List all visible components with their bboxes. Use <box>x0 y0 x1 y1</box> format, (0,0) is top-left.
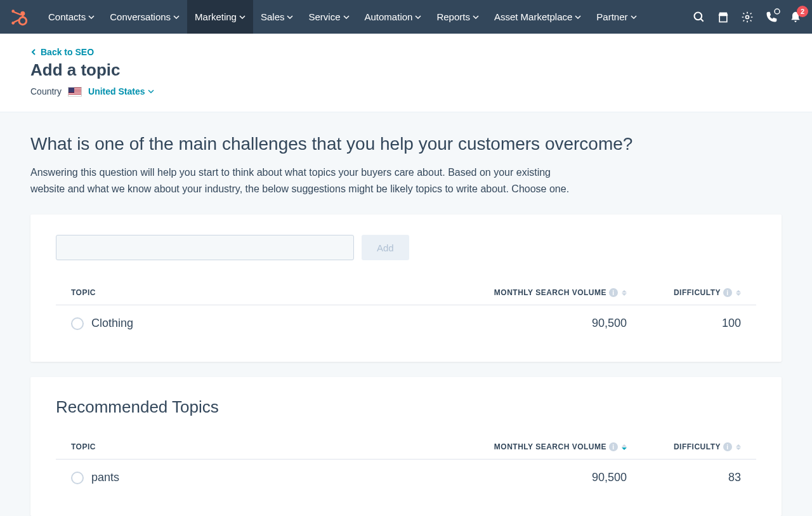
chevron-left-icon <box>30 47 37 57</box>
nav-asset-marketplace[interactable]: Asset Marketplace <box>487 0 589 34</box>
nav-automation[interactable]: Automation <box>357 0 429 34</box>
difficulty-value: 83 <box>627 471 741 484</box>
caret-down-icon <box>88 11 95 22</box>
search-icon[interactable] <box>693 11 705 23</box>
caret-down-icon <box>415 11 421 22</box>
nav-reports[interactable]: Reports <box>429 0 487 34</box>
recommended-topics-card: Recommended Topics TOPIC MONTHLY SEARCH … <box>30 377 782 516</box>
add-topic-card: Add TOPIC MONTHLY SEARCH VOLUME i DIFFIC… <box>30 215 782 362</box>
info-icon: i <box>723 442 732 451</box>
topic-input[interactable] <box>56 235 354 260</box>
nav-service[interactable]: Service <box>301 0 357 34</box>
column-header-volume[interactable]: MONTHLY SEARCH VOLUME i <box>462 442 627 451</box>
us-flag-icon <box>68 87 82 96</box>
caret-down-icon <box>148 88 154 95</box>
info-icon: i <box>609 288 618 297</box>
marketplace-icon[interactable] <box>717 11 730 23</box>
topic-radio[interactable] <box>71 317 84 330</box>
sort-icon <box>622 290 627 296</box>
svg-point-3 <box>19 17 27 25</box>
nav-conversations[interactable]: Conversations <box>102 0 187 34</box>
difficulty-value: 100 <box>627 317 741 330</box>
column-header-difficulty[interactable]: DIFFICULTY i <box>627 442 741 451</box>
nav-sales[interactable]: Sales <box>253 0 301 34</box>
caret-down-icon <box>473 11 479 22</box>
volume-value: 90,500 <box>462 471 627 484</box>
caret-down-icon <box>575 11 581 22</box>
caret-down-icon <box>343 11 350 22</box>
hubspot-logo[interactable] <box>10 8 28 26</box>
sort-icon <box>622 444 627 450</box>
svg-rect-9 <box>719 15 727 22</box>
column-header-topic[interactable]: TOPIC <box>71 442 462 451</box>
svg-line-4 <box>14 11 22 15</box>
svg-point-7 <box>695 12 702 20</box>
sort-icon <box>736 444 741 450</box>
question-heading: What is one of the main challenges that … <box>30 134 782 154</box>
question-description: Answering this question will help you st… <box>30 164 576 197</box>
recommended-title: Recommended Topics <box>56 397 756 417</box>
nav-partner[interactable]: Partner <box>589 0 644 34</box>
svg-point-11 <box>775 9 780 14</box>
info-icon: i <box>609 442 618 451</box>
phone-icon[interactable] <box>765 11 778 23</box>
column-header-volume[interactable]: MONTHLY SEARCH VOLUME i <box>462 288 627 297</box>
table-row: Clothing 90,500 100 <box>56 305 756 341</box>
topic-radio[interactable] <box>71 472 84 484</box>
topic-name: pants <box>91 471 119 484</box>
caret-down-icon <box>173 11 180 22</box>
back-link[interactable]: Back to SEO <box>30 47 94 57</box>
caret-down-icon <box>631 11 637 22</box>
notification-badge: 2 <box>797 6 808 17</box>
svg-point-10 <box>746 15 749 18</box>
page-title: Add a topic <box>30 60 782 80</box>
country-select[interactable]: United States <box>88 86 154 96</box>
settings-icon[interactable] <box>741 11 754 23</box>
svg-line-8 <box>701 18 704 21</box>
add-button[interactable]: Add <box>362 235 409 260</box>
nav-contacts[interactable]: Contacts <box>41 0 102 34</box>
country-label: Country <box>30 86 62 96</box>
table-row: pants 90,500 83 <box>56 460 756 496</box>
volume-value: 90,500 <box>462 317 627 330</box>
sort-icon <box>736 290 741 296</box>
caret-down-icon <box>239 11 246 22</box>
page-header: Back to SEO Add a topic Country United S… <box>0 34 812 112</box>
info-icon: i <box>723 288 732 297</box>
caret-down-icon <box>287 11 293 22</box>
column-header-difficulty[interactable]: DIFFICULTY i <box>627 288 741 297</box>
column-header-topic[interactable]: TOPIC <box>71 288 462 297</box>
top-nav: Contacts Conversations Marketing Sales S… <box>0 0 812 34</box>
topic-name: Clothing <box>91 317 133 330</box>
notifications-icon[interactable]: 2 <box>789 11 802 23</box>
nav-marketing[interactable]: Marketing <box>187 0 253 34</box>
